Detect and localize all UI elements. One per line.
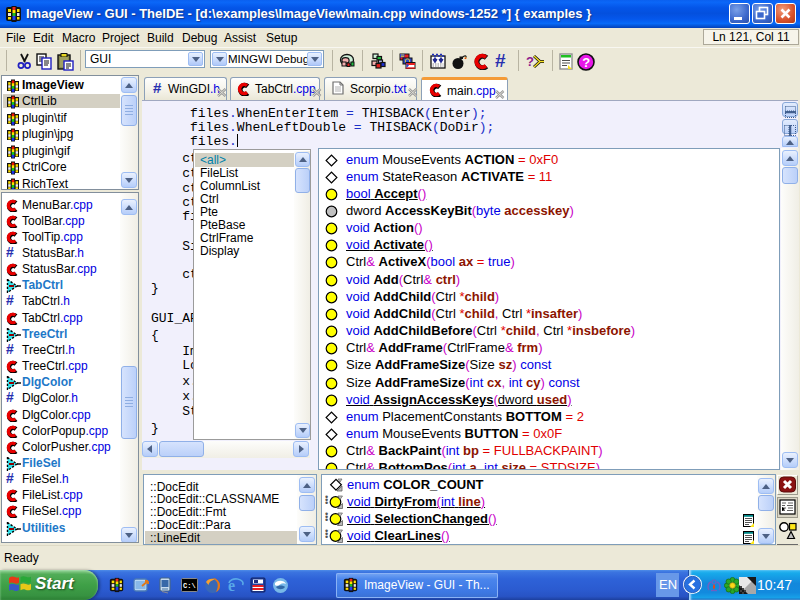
svg-text:C:\: C:\ <box>183 582 196 590</box>
svg-text:?: ? <box>526 54 534 69</box>
svg-text:?: ? <box>582 55 590 70</box>
